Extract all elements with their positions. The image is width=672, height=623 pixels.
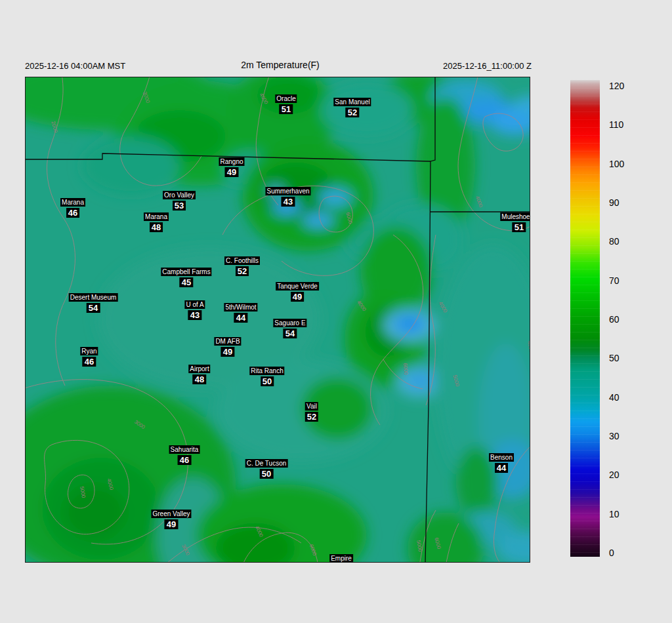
- station-name: Rita Ranch: [249, 367, 284, 375]
- contour-elevation-label: 4000: [106, 478, 114, 491]
- station-temp: 48: [150, 222, 163, 232]
- station-name: Empire: [329, 554, 353, 563]
- contour-elevation-label: 4000: [438, 301, 449, 314]
- contour-elevation-label: 3000: [180, 544, 191, 557]
- station-label: Marana46: [60, 198, 85, 218]
- station-label: Oro Valley53: [163, 191, 196, 211]
- station-temp: 52: [305, 412, 318, 422]
- station-name: Oracle: [275, 94, 297, 103]
- station-label: DM AFB49: [214, 337, 241, 357]
- station-name: Green Valley: [151, 510, 191, 518]
- contour-elevation-label: 4000: [474, 195, 484, 209]
- colorbar-bands: [570, 80, 600, 557]
- contour-elevation-label: 6000: [402, 363, 410, 375]
- station-name: Muleshoe R: [500, 212, 530, 221]
- station-name: C. Foothills: [224, 256, 260, 265]
- station-name: Airport: [188, 365, 210, 373]
- station-name: Campbell Farms: [161, 268, 211, 276]
- station-name: San Manuel: [333, 98, 371, 106]
- station-label: C. De Tucson50: [245, 459, 288, 479]
- colorbar-tick-label: 120: [609, 81, 624, 90]
- station-temp: 43: [282, 197, 295, 207]
- station-name: Sahuarita: [169, 445, 200, 454]
- station-temp: 49: [221, 347, 234, 357]
- station-name: Oro Valley: [163, 191, 196, 199]
- temperature-map: Oracle51San Manuel52Rangno49Marana46Oro …: [25, 77, 530, 563]
- contour-elevation-label: 4000: [259, 92, 270, 106]
- colorbar-tick-label: 80: [609, 237, 620, 246]
- colorbar-tick-label: 30: [609, 432, 620, 441]
- contour-elevation-label: 4000: [254, 525, 264, 538]
- station-label: C. Foothills52: [224, 256, 260, 276]
- colorbar-tick-label: 40: [609, 393, 620, 402]
- station-label: Marana48: [144, 212, 169, 232]
- station-label: U of A43: [184, 300, 205, 320]
- station-name: Desert Museum: [69, 293, 118, 302]
- station-temp: 45: [180, 277, 193, 287]
- station-name: Rangno: [219, 157, 244, 166]
- station-name: Marana: [144, 212, 169, 221]
- station-name: C. De Tucson: [245, 459, 288, 468]
- station-label: Rita Ranch50: [249, 367, 284, 386]
- station-label: Empire: [329, 554, 353, 563]
- station-label: Green Valley49: [151, 510, 191, 529]
- colorbar-tick-label: 100: [609, 159, 624, 169]
- station-temp: 46: [66, 208, 79, 218]
- station-temp: 43: [188, 310, 201, 320]
- colorbar-tick-label: 110: [609, 120, 623, 129]
- station-temp: 50: [261, 376, 274, 386]
- station-temp: 49: [165, 519, 178, 529]
- station-temp: 51: [513, 222, 526, 232]
- contour-elevation-label: 4000: [356, 300, 368, 313]
- station-temp: 48: [193, 374, 206, 384]
- station-label: Campbell Farms45: [161, 268, 211, 287]
- colorbar-tick-label: 90: [609, 198, 620, 207]
- contour-elevation-label: 3000: [133, 419, 146, 431]
- station-label: Airport48: [188, 365, 210, 384]
- colorbar-tick-labels: 1201101009080706050403020100: [609, 80, 648, 557]
- contour-elevation-label: 5000: [452, 374, 460, 388]
- station-name: Benson: [489, 453, 514, 462]
- station-name: Ryan: [80, 347, 98, 355]
- contour-elevation-label: 6000: [433, 537, 442, 550]
- station-label: Tanque Verde49: [276, 282, 319, 302]
- station-temp: 51: [280, 104, 293, 114]
- station-name: DM AFB: [214, 337, 241, 346]
- station-temp: 49: [291, 292, 304, 302]
- station-temp: 54: [87, 303, 100, 313]
- contour-elevation-label: 3000: [142, 91, 151, 104]
- colorbar-tick-label: 50: [609, 353, 620, 363]
- station-label: Desert Museum54: [69, 293, 118, 313]
- station-label: 5th/Wilmot44: [224, 303, 257, 323]
- station-temp: 44: [234, 313, 247, 323]
- colorbar-tick-label: 20: [609, 470, 620, 479]
- station-name: Vail: [305, 402, 318, 411]
- station-name: Summerhaven: [265, 187, 310, 195]
- colorbar-tick-label: 10: [609, 510, 620, 519]
- station-label: Muleshoe R51: [500, 212, 530, 232]
- contour-elevation-label: 4000: [526, 340, 530, 353]
- station-label: Benson44: [489, 453, 514, 473]
- station-label: San Manuel52: [333, 98, 371, 117]
- station-temp: 52: [236, 266, 249, 276]
- station-label: Vail52: [305, 402, 318, 422]
- contour-elevation-label: 6000: [345, 212, 353, 225]
- station-label: Rangno49: [219, 157, 244, 177]
- station-name: Saguaro E: [273, 319, 306, 327]
- station-label: Saguaro E54: [273, 319, 306, 338]
- station-temp: 49: [225, 167, 238, 177]
- contour-elevation-label: 2000: [50, 121, 58, 134]
- station-temp: 46: [178, 455, 191, 465]
- station-label: Oracle51: [275, 94, 297, 114]
- colorbar-tick-label: 70: [609, 276, 620, 285]
- station-label: Ryan46: [80, 347, 98, 367]
- valid-time-utc: 2025-12-16_11:00:00 Z: [443, 61, 532, 71]
- station-temp: 53: [173, 201, 186, 211]
- colorbar-tick-label: 60: [609, 315, 620, 324]
- contour-elevation-label: 5000: [79, 486, 87, 498]
- station-name: Tanque Verde: [276, 282, 319, 291]
- station-name: U of A: [184, 300, 205, 309]
- station-label: Sahuarita46: [169, 445, 200, 465]
- station-temp: 50: [260, 469, 273, 479]
- station-name: Marana: [60, 198, 85, 207]
